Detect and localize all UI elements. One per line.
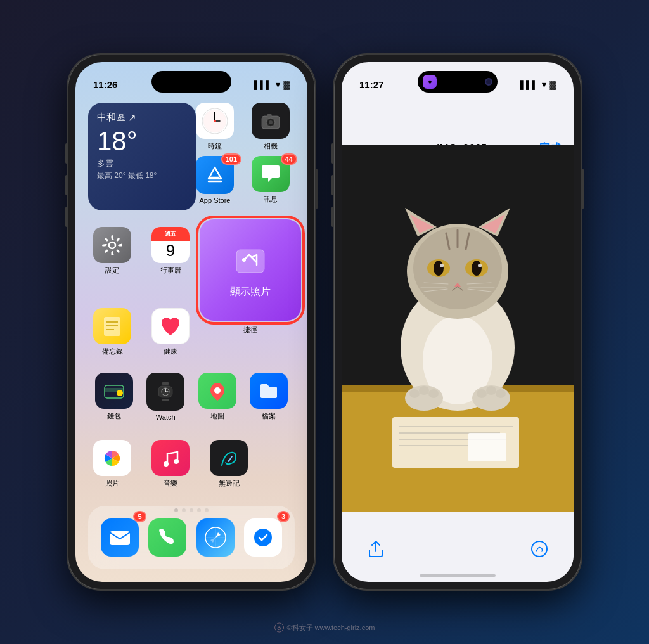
camera-icon <box>252 103 290 139</box>
watermark: ✿ ©科女子 www.tech-girlz.com <box>274 622 375 633</box>
phone-2: ✦ 11:27 ▌▌▌ ▾ ▓ IMG_0665 ▾ <box>334 55 581 589</box>
photo-viewer-screen: ✦ 11:27 ▌▌▌ ▾ ▓ IMG_0665 ▾ <box>342 62 574 582</box>
shortcuts-icon <box>231 242 269 280</box>
cat-photo <box>342 145 574 512</box>
clock-app[interactable]: 時鐘 <box>191 103 239 151</box>
markup-button[interactable] <box>530 540 548 560</box>
watch-label: Watch <box>156 413 176 421</box>
dock-reminders[interactable]: 3 <box>240 513 288 562</box>
shortcuts-app-label-row: 捷徑 <box>200 323 301 335</box>
notes-app[interactable]: 備忘錄 <box>88 308 136 356</box>
health-icon <box>151 308 190 344</box>
reminders-svg <box>252 526 274 549</box>
dock-phone[interactable] <box>144 513 192 562</box>
health-svg <box>158 314 183 339</box>
camera-app[interactable]: 相機 <box>247 103 295 151</box>
photos-music-freeform-row: 照片 音樂 <box>88 440 295 488</box>
calendar-app[interactable]: 週五 9 行事曆 <box>146 227 195 275</box>
maps-app[interactable]: 地圖 <box>193 373 241 421</box>
photo-toolbar <box>342 531 574 569</box>
wallet-svg <box>103 380 125 402</box>
photos-icon <box>93 440 131 476</box>
freeform-label: 無邊記 <box>219 479 240 488</box>
weather-condition: 多雲 <box>97 158 187 169</box>
svg-rect-9 <box>267 114 272 117</box>
shortcuts-di-icon: ✦ <box>423 75 437 89</box>
shortcuts-label: 顯示照片 <box>230 285 271 299</box>
phone-1-screen: 11:26 ▌▌▌ ▾ ▓ 中和區 ↗ 18° 多雲 最高 20° 最低 18° <box>75 62 307 582</box>
svg-point-61 <box>472 261 482 276</box>
weather-temp: 18° <box>97 126 187 157</box>
files-app[interactable]: 檔案 <box>245 373 293 421</box>
clock-label: 時鐘 <box>208 141 222 151</box>
reminders-icon <box>244 518 282 557</box>
shortcuts-app[interactable]: 顯示照片 <box>200 219 301 321</box>
maps-label: 地圖 <box>210 411 224 421</box>
svg-point-62 <box>440 264 444 267</box>
share-icon <box>367 540 385 558</box>
music-label: 音樂 <box>164 479 177 488</box>
messages-app[interactable]: 44 訊息 <box>247 156 295 204</box>
notes-svg <box>101 316 123 337</box>
photos-svg <box>100 446 125 471</box>
mail-svg <box>108 526 131 549</box>
notes-label: 備忘錄 <box>102 347 123 356</box>
svg-point-77 <box>496 389 506 398</box>
svg-point-73 <box>419 386 429 395</box>
svg-point-8 <box>269 120 273 124</box>
messages-svg <box>259 163 282 186</box>
safari-svg <box>204 526 227 549</box>
maps-svg <box>207 380 228 402</box>
wallet-label: 錢包 <box>107 411 121 421</box>
dock-safari[interactable] <box>191 513 240 562</box>
watermark-text: ©科女子 www.tech-girlz.com <box>287 623 375 633</box>
phone-call-svg <box>156 526 179 549</box>
wallet-icon <box>95 373 133 409</box>
svg-rect-31 <box>162 399 169 401</box>
watermark-icon: ✿ <box>274 622 285 633</box>
health-label: 健康 <box>164 347 177 356</box>
svg-rect-15 <box>119 244 122 246</box>
reminders-badge: 3 <box>277 511 290 522</box>
share-button[interactable] <box>367 540 385 560</box>
svg-text:✿: ✿ <box>277 626 281 631</box>
health-app[interactable]: 健康 <box>146 308 195 356</box>
photos-app[interactable]: 照片 <box>88 440 136 488</box>
wifi-icon: ▾ <box>276 80 280 89</box>
svg-point-22 <box>242 258 246 262</box>
calendar-label: 行事曆 <box>160 266 181 275</box>
svg-point-84 <box>532 541 547 557</box>
music-app[interactable]: 音樂 <box>146 440 195 488</box>
phone-2-screen: ✦ 11:27 ▌▌▌ ▾ ▓ IMG_0665 ▾ <box>342 62 574 582</box>
svg-point-60 <box>434 261 444 276</box>
svg-rect-18 <box>105 249 108 253</box>
status-icons-1: ▌▌▌ ▾ ▓ <box>254 80 290 89</box>
phone-1: 11:26 ▌▌▌ ▾ ▓ 中和區 ↗ 18° 多雲 最高 20° 最低 18° <box>68 55 315 589</box>
svg-point-76 <box>486 386 496 395</box>
camera-svg <box>260 111 281 131</box>
notes-health-row: 備忘錄 健康 <box>88 308 195 356</box>
home-screen: 11:26 ▌▌▌ ▾ ▓ 中和區 ↗ 18° 多雲 最高 20° 最低 18° <box>75 62 307 582</box>
svg-rect-21 <box>236 250 264 273</box>
svg-rect-14 <box>116 237 120 241</box>
svg-point-4 <box>214 120 216 122</box>
wallet-app[interactable]: 錢包 <box>90 373 138 421</box>
watch-app[interactable]: Watch <box>141 373 190 421</box>
calendar-icon: 週五 9 <box>151 227 190 263</box>
files-svg <box>258 380 280 402</box>
wallet-watch-maps-files-row: 錢包 Watch <box>88 373 295 421</box>
appstore-svg <box>203 164 226 186</box>
settings-app[interactable]: 設定 <box>88 227 136 275</box>
appstore-badge: 101 <box>221 153 241 165</box>
appstore-app[interactable]: 101 App Store <box>191 156 239 204</box>
freeform-svg <box>218 448 240 469</box>
svg-rect-16 <box>116 249 120 253</box>
top-right-apps: 時鐘 相機 <box>191 103 295 204</box>
dock-mail[interactable]: 5 <box>96 513 144 562</box>
files-icon <box>250 373 288 409</box>
weather-widget[interactable]: 中和區 ↗ 18° 多雲 最高 20° 最低 18° <box>88 103 196 210</box>
messages-badge: 44 <box>281 153 297 165</box>
settings-label: 設定 <box>105 266 119 275</box>
freeform-app[interactable]: 無邊記 <box>205 440 253 488</box>
mail-icon <box>101 518 139 557</box>
